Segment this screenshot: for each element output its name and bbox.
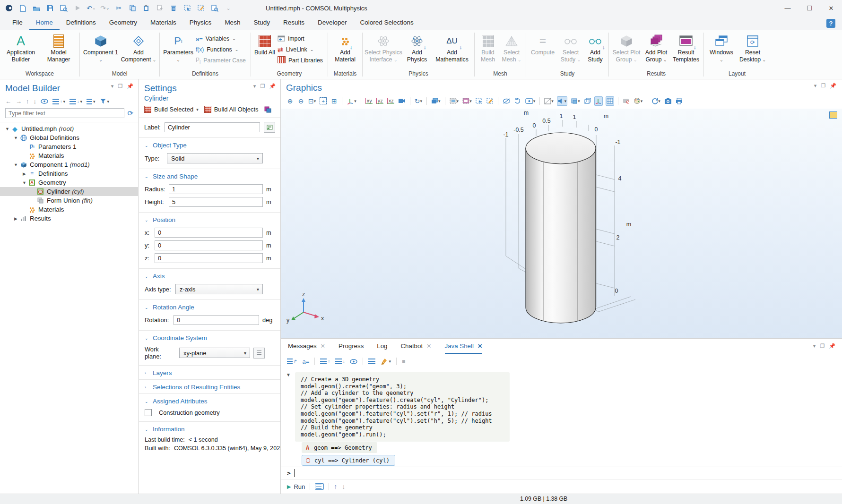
zoom-to-selection-icon[interactable]: ⊞: [330, 96, 338, 106]
previous-command-icon[interactable]: ↑: [334, 483, 337, 490]
minimize-button[interactable]: —: [777, 0, 799, 16]
scroll-up-icon[interactable]: ↑: [320, 359, 330, 364]
tree-item-cylinder[interactable]: Cylinder(cyl): [0, 187, 138, 196]
close-button[interactable]: ✕: [820, 0, 842, 16]
build-all-button[interactable]: Build All: [253, 31, 277, 56]
tree-filter-input[interactable]: [5, 108, 124, 118]
forward-icon[interactable]: →: [16, 98, 22, 105]
tree-item-global-materials[interactable]: Materials: [0, 151, 138, 160]
expander-icon[interactable]: ▼: [4, 127, 11, 131]
work-plane-dropdown[interactable]: xy-plane: [179, 348, 250, 358]
section-size-shape[interactable]: ⌄Size and Shape: [139, 169, 280, 183]
print-icon[interactable]: [675, 96, 683, 106]
word-wrap-icon[interactable]: [368, 359, 375, 365]
show-icon[interactable]: [41, 99, 48, 104]
tab-colored-selections[interactable]: Colored Selections: [353, 16, 420, 30]
tree-item-parameters[interactable]: Pi Parameters 1: [0, 142, 138, 151]
play-icon[interactable]: [73, 4, 82, 12]
view-yz-icon[interactable]: yz: [376, 96, 384, 106]
section-assigned-attributes[interactable]: ⌄Assigned Attributes: [139, 394, 280, 408]
label-input[interactable]: [165, 122, 260, 132]
delete-icon[interactable]: [169, 4, 178, 12]
rotation-input[interactable]: [174, 315, 259, 325]
radius-input[interactable]: [169, 184, 263, 194]
import-button[interactable]: Import: [278, 35, 323, 43]
select-box-icon[interactable]: [183, 4, 191, 12]
build-preview-button[interactable]: [264, 106, 271, 113]
zoom-box-icon[interactable]: ⊡▾: [308, 96, 316, 106]
open-file-icon[interactable]: [32, 4, 41, 12]
tab-home[interactable]: Home: [29, 16, 60, 30]
reset-hiding-icon[interactable]: [514, 96, 522, 106]
new-file-icon[interactable]: [18, 4, 27, 12]
collapse-all-icon[interactable]: ↑▾: [52, 99, 65, 104]
select-entities-icon[interactable]: [475, 96, 483, 106]
expander-icon[interactable]: ▼: [12, 136, 19, 140]
hide-objects-icon[interactable]: [502, 96, 511, 106]
filter-icon[interactable]: ▾: [100, 98, 110, 104]
height-input[interactable]: [169, 197, 263, 207]
part-libraries-button[interactable]: Part Libraries: [278, 57, 323, 64]
java-shell-output[interactable]: ▼ // Create a 3D geometry model.geom().c…: [281, 368, 842, 466]
panel-menu-icon[interactable]: ▾: [814, 83, 817, 89]
tab-definitions[interactable]: Definitions: [60, 16, 103, 30]
tab-study[interactable]: Study: [247, 16, 277, 30]
section-position[interactable]: ⌄Position: [139, 213, 280, 226]
go-to-default-view-icon[interactable]: ▾: [346, 96, 357, 106]
clear-shell-icon[interactable]: ▾: [381, 358, 391, 365]
model-manager-button[interactable]: Model Manager: [40, 31, 78, 63]
component-1-button[interactable]: Component 1 ⌄: [82, 31, 120, 63]
tab-chatbot[interactable]: Chatbot✕: [401, 339, 432, 354]
back-icon[interactable]: ←: [5, 98, 11, 105]
zoom-extents-icon[interactable]: +: [319, 96, 327, 106]
output-chip-cyl[interactable]: cyl ==> Cylinder (cyl): [302, 455, 395, 466]
go-to-work-plane-button[interactable]: [253, 348, 265, 359]
label-settings-button[interactable]: [264, 122, 275, 133]
scene-configuration-icon[interactable]: ▾: [431, 96, 441, 106]
windows-button[interactable]: Windows⌄: [706, 31, 737, 63]
node-order-icon[interactable]: ▾: [87, 99, 95, 104]
show-output-icon[interactable]: [350, 359, 357, 364]
tab-mesh[interactable]: Mesh: [218, 16, 247, 30]
build-selected-button[interactable]: Build Selected▾: [144, 106, 199, 113]
section-coordinate-system[interactable]: ⌄Coordinate System: [139, 331, 280, 344]
panel-menu-icon[interactable]: ▾: [111, 83, 114, 89]
save-icon[interactable]: [46, 4, 54, 12]
tree-item-global-definitions[interactable]: ▼ Global Definitions: [0, 133, 138, 142]
tab-geometry[interactable]: Geometry: [103, 16, 144, 30]
show-axis-orientation-icon[interactable]: [594, 96, 603, 106]
move-up-icon[interactable]: ↑: [26, 98, 29, 105]
view-hidden-only-icon[interactable]: ▾: [525, 96, 536, 106]
build-mesh-button[interactable]: Build Mesh: [477, 31, 499, 63]
reset-desktop-button[interactable]: ⟳ Reset Desktop ⌄: [737, 31, 768, 63]
tree-item-form-union[interactable]: Form Union(fin): [0, 196, 138, 205]
transparency-icon[interactable]: ▾: [544, 96, 554, 106]
expander-icon[interactable]: ▶: [21, 171, 28, 176]
output-chip-geom[interactable]: A geom ==> Geometry: [302, 442, 377, 453]
tree-item-results[interactable]: ▶ Results: [0, 214, 138, 223]
parameters-button[interactable]: Pi Parameters⌄: [162, 31, 195, 63]
tree-item-root[interactable]: ▼ ◆ Untitled.mph(root): [0, 124, 138, 133]
panel-menu-icon[interactable]: ▾: [813, 343, 816, 349]
panel-pin-icon[interactable]: 📌: [830, 83, 836, 89]
find-icon[interactable]: [210, 4, 219, 12]
rotate-view-icon[interactable]: ↻▾: [414, 96, 423, 106]
color-palette-icon[interactable]: ▾: [633, 96, 643, 106]
tab-log[interactable]: Log: [377, 339, 387, 354]
variables-button[interactable]: a= Variables⌄: [196, 35, 246, 43]
tree-item-geometry[interactable]: ▼ A Geometry: [0, 178, 138, 187]
add-component-button[interactable]: Add Component ⌄: [120, 31, 157, 63]
zoom-in-icon[interactable]: ⊕: [286, 96, 294, 106]
scroll-down-icon[interactable]: ↓: [335, 359, 345, 364]
maximize-button[interactable]: ☐: [799, 0, 820, 16]
tab-results[interactable]: Results: [277, 16, 311, 30]
panel-float-icon[interactable]: ❐: [118, 83, 122, 89]
stop-icon[interactable]: ■: [402, 358, 405, 365]
compute-button[interactable]: = Compute: [528, 31, 557, 56]
snapshot-camera-icon[interactable]: [664, 96, 672, 106]
build-all-objects-button[interactable]: Build All Objects: [204, 106, 259, 113]
image-snapshot-icon[interactable]: ▾: [449, 96, 460, 106]
expander-icon[interactable]: ▼: [21, 180, 28, 185]
insert-node-icon[interactable]: ↱: [287, 359, 297, 364]
cut-icon[interactable]: ✂: [114, 4, 123, 12]
